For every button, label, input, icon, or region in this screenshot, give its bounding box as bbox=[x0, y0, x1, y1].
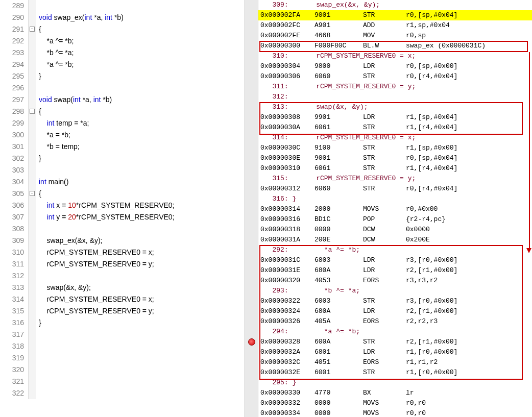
source-code-text[interactable]: } bbox=[36, 70, 41, 82]
source-line[interactable]: 319 bbox=[0, 352, 245, 364]
source-code-text[interactable]: rCPM_SYSTEM_RESERVE0 = x; bbox=[36, 247, 154, 258]
source-line[interactable]: 317 bbox=[0, 329, 245, 340]
source-code-text[interactable]: } bbox=[36, 317, 41, 329]
fold-gutter[interactable] bbox=[29, 258, 36, 270]
source-code-text[interactable] bbox=[36, 376, 39, 387]
source-line[interactable]: 312 bbox=[0, 270, 245, 282]
source-code-text[interactable]: *a = *b; bbox=[36, 129, 70, 141]
fold-gutter[interactable] bbox=[29, 153, 36, 164]
source-code-text[interactable] bbox=[36, 387, 39, 399]
disasm-instruction[interactable]: 0x0000031C6803LDRr3,[r0,#0x00] bbox=[258, 255, 532, 265]
disasm-instruction[interactable]: 0x0000032A6801LDRr1,[r0,#0x00] bbox=[258, 347, 532, 357]
disasm-instruction[interactable]: 0x0000032E6001STRr1,[r0,#0x00] bbox=[258, 367, 532, 378]
disasm-instruction[interactable]: 0x0000030A6061STRr1,[r4,#0x04] bbox=[258, 122, 532, 133]
fold-gutter[interactable] bbox=[29, 211, 36, 223]
source-code-text[interactable] bbox=[36, 364, 39, 376]
source-code-text[interactable] bbox=[36, 0, 39, 12]
source-code-text[interactable] bbox=[36, 223, 39, 235]
source-code-text[interactable]: swap(&x, &y); bbox=[36, 282, 91, 293]
disasm-source-line[interactable]: 314: rCPM_SYSTEM_RESERVE0 = x; bbox=[258, 133, 532, 143]
disasm-instruction[interactable]: 0x00000324680ALDRr2,[r1,#0x00] bbox=[258, 306, 532, 316]
source-code-text[interactable] bbox=[36, 329, 39, 340]
disasm-instruction[interactable]: 0x000002FA9001STRr0,[sp,#0x04] bbox=[258, 10, 532, 20]
source-line[interactable]: 322 bbox=[0, 387, 245, 399]
disasm-instruction[interactable]: 0x0000031E680ALDRr2,[r1,#0x00] bbox=[258, 265, 532, 276]
source-code-text[interactable] bbox=[36, 270, 39, 282]
source-code-text[interactable]: } bbox=[36, 153, 41, 164]
fold-gutter[interactable] bbox=[29, 129, 36, 141]
disasm-source-line[interactable]: 312: bbox=[258, 92, 532, 102]
fold-gutter[interactable] bbox=[29, 235, 36, 247]
source-code-text[interactable]: *b ^= *a; bbox=[36, 47, 74, 59]
fold-gutter[interactable] bbox=[29, 59, 36, 70]
source-line[interactable]: 315 rCPM_SYSTEM_RESERVE0 = y; bbox=[0, 305, 245, 317]
fold-gutter[interactable] bbox=[29, 340, 36, 352]
source-code-text[interactable]: rCPM_SYSTEM_RESERVE0 = y; bbox=[36, 258, 154, 270]
fold-minus-icon[interactable]: − bbox=[30, 109, 35, 114]
disasm-instruction[interactable]: 0x000003066060STRr0,[r4,#0x04] bbox=[258, 71, 532, 82]
fold-minus-icon[interactable]: − bbox=[30, 191, 35, 196]
disasm-instruction[interactable]: 0x000003142000MOVSr0,#0x00 bbox=[258, 204, 532, 214]
fold-gutter[interactable] bbox=[29, 176, 36, 188]
fold-gutter[interactable]: − bbox=[29, 23, 36, 35]
fold-gutter[interactable] bbox=[29, 94, 36, 106]
source-line[interactable]: 320 bbox=[0, 364, 245, 376]
disasm-instruction[interactable]: 0x000003226003STRr3,[r0,#0x00] bbox=[258, 296, 532, 306]
source-code-text[interactable]: int temp = *a; bbox=[36, 117, 89, 129]
source-line[interactable]: 298−{ bbox=[0, 106, 245, 117]
source-code-text[interactable] bbox=[36, 82, 39, 94]
disasm-source-line[interactable]: 294: *a ^= *b; bbox=[258, 327, 532, 337]
fold-gutter[interactable] bbox=[29, 223, 36, 235]
source-code-text[interactable]: { bbox=[36, 106, 41, 117]
disasm-source-line[interactable]: 311: rCPM_SYSTEM_RESERVE0 = y; bbox=[258, 82, 532, 92]
disasm-instruction[interactable]: 0x0000031A200EDCW0x200E bbox=[258, 235, 532, 245]
fold-gutter[interactable] bbox=[29, 352, 36, 364]
source-code-text[interactable] bbox=[36, 352, 39, 364]
source-line[interactable]: 321 bbox=[0, 376, 245, 387]
source-line[interactable]: 310 rCPM_SYSTEM_RESERVE0 = x; bbox=[0, 247, 245, 258]
fold-gutter[interactable] bbox=[29, 317, 36, 329]
source-code-text[interactable]: *a ^= *b; bbox=[36, 35, 74, 47]
fold-gutter[interactable] bbox=[29, 82, 36, 94]
fold-gutter[interactable] bbox=[29, 117, 36, 129]
source-code-text[interactable]: { bbox=[36, 188, 41, 200]
disasm-instruction[interactable]: 0x000002FE4668MOVr0,sp bbox=[258, 31, 532, 41]
fold-gutter[interactable] bbox=[29, 12, 36, 23]
source-code-text[interactable]: void swap(int *a, int *b) bbox=[36, 94, 112, 106]
fold-gutter[interactable] bbox=[29, 387, 36, 399]
disasm-instruction[interactable]: 0x00000328600ASTRr2,[r1,#0x00] bbox=[258, 337, 532, 347]
fold-gutter[interactable] bbox=[29, 0, 36, 12]
fold-gutter[interactable] bbox=[29, 329, 36, 340]
breakpoint-icon[interactable] bbox=[248, 338, 255, 346]
source-line[interactable]: 304int main() bbox=[0, 176, 245, 188]
source-code-text[interactable]: *a ^= *b; bbox=[36, 59, 74, 70]
source-line[interactable]: 289 bbox=[0, 0, 245, 12]
source-code-text[interactable]: rCPM_SYSTEM_RESERVE0 = x; bbox=[36, 293, 154, 305]
fold-gutter[interactable] bbox=[29, 164, 36, 176]
disasm-source-line[interactable]: 316: } bbox=[258, 194, 532, 204]
fold-gutter[interactable] bbox=[29, 293, 36, 305]
source-line[interactable]: 291−{ bbox=[0, 23, 245, 35]
source-line[interactable]: 302} bbox=[0, 153, 245, 164]
source-line[interactable]: 309 swap_ex(&x, &y); bbox=[0, 235, 245, 247]
fold-gutter[interactable] bbox=[29, 200, 36, 211]
disasm-instruction[interactable]: 0x000003204053EORSr3,r3,r2 bbox=[258, 276, 532, 286]
source-line[interactable]: 305−{ bbox=[0, 188, 245, 200]
source-line[interactable]: 300 *a = *b; bbox=[0, 129, 245, 141]
disasm-source-line[interactable]: 309: swap_ex(&x, &y); bbox=[258, 0, 532, 10]
source-code-text[interactable]: int main() bbox=[36, 176, 68, 188]
source-line[interactable]: 293 *b ^= *a; bbox=[0, 47, 245, 59]
fold-gutter[interactable] bbox=[29, 141, 36, 153]
disasm-instruction[interactable]: 0x000003089901LDRr1,[sp,#0x04] bbox=[258, 112, 532, 122]
source-code-text[interactable]: void swap_ex(int *a, int *b) bbox=[36, 12, 124, 23]
disasm-instruction[interactable]: 0x000003320000MOVSr0,r0 bbox=[258, 398, 532, 408]
disasm-instruction[interactable]: 0x00000300F000F80CBL.Wswap_ex (0x0000031… bbox=[258, 41, 532, 51]
disasm-source-line[interactable]: 315: rCPM_SYSTEM_RESERVE0 = y; bbox=[258, 174, 532, 184]
fold-gutter[interactable] bbox=[29, 35, 36, 47]
disasm-instruction[interactable]: 0x000003304770BXlr bbox=[258, 388, 532, 398]
source-line[interactable]: 290void swap_ex(int *a, int *b) bbox=[0, 12, 245, 23]
source-line[interactable]: 314 rCPM_SYSTEM_RESERVE0 = x; bbox=[0, 293, 245, 305]
disasm-source-line[interactable]: 295: } bbox=[258, 378, 532, 388]
source-line[interactable]: 299 int temp = *a; bbox=[0, 117, 245, 129]
source-line[interactable]: 303 bbox=[0, 164, 245, 176]
